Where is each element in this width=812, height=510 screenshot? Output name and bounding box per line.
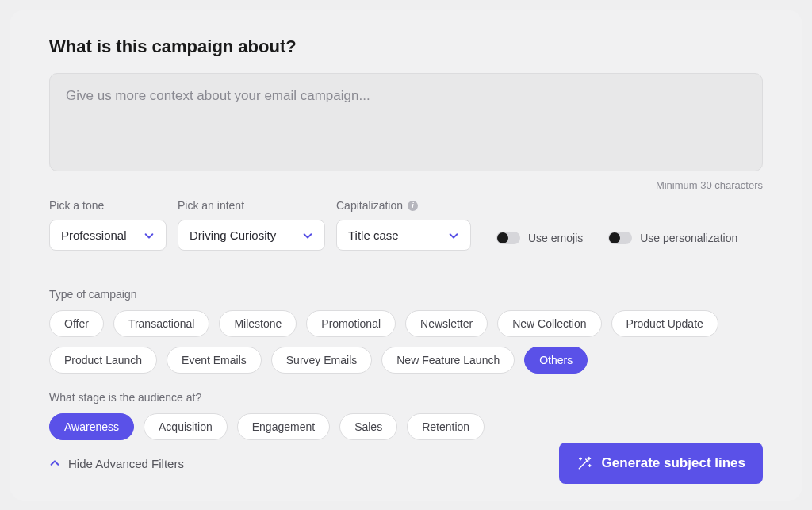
campaign-type-chip[interactable]: Transactional <box>113 310 210 337</box>
campaign-type-chip[interactable]: Milestone <box>219 310 297 337</box>
cap-group: Capitalization i Title case <box>336 199 471 251</box>
audience-stage-chip[interactable]: Sales <box>339 413 397 440</box>
campaign-type-chip[interactable]: New Feature Launch <box>381 347 515 374</box>
audience-stage-chip[interactable]: Retention <box>407 413 485 440</box>
context-textarea-group: Minimum 30 characters <box>49 73 763 191</box>
advanced-filters-label: Hide Advanced Filters <box>68 457 184 470</box>
campaign-form-card: What is this campaign about? Minimum 30 … <box>10 10 802 501</box>
cap-select-value: Title case <box>348 228 399 242</box>
campaign-type-chip[interactable]: Event Emails <box>167 347 262 374</box>
chevron-down-icon <box>448 230 459 241</box>
intent-label: Pick an intent <box>178 199 325 212</box>
form-footer: Hide Advanced Filters Generate subject l… <box>49 443 763 484</box>
info-icon[interactable]: i <box>408 201 418 211</box>
personalization-toggle-label: Use personalization <box>640 232 737 244</box>
campaign-type-chip[interactable]: Promotional <box>306 310 396 337</box>
intent-select[interactable]: Driving Curiosity <box>178 220 325 251</box>
controls-row: Pick a tone Professional Pick an intent … <box>49 199 763 270</box>
audience-stage-chip[interactable]: Awareness <box>49 413 134 440</box>
campaign-type-label: Type of campaign <box>49 288 763 301</box>
tone-select-value: Professional <box>61 228 127 242</box>
chevron-down-icon <box>302 230 313 241</box>
chevron-down-icon <box>144 230 155 241</box>
campaign-type-chip[interactable]: Others <box>524 347 588 374</box>
personalization-toggle-group: Use personalization <box>608 232 737 244</box>
audience-stage-chip[interactable]: Acquisition <box>144 413 228 440</box>
audience-stage-chip[interactable]: Engagement <box>237 413 330 440</box>
generate-button[interactable]: Generate subject lines <box>559 443 763 484</box>
campaign-type-chip[interactable]: Newsletter <box>405 310 488 337</box>
campaign-type-chip[interactable]: Survey Emails <box>271 347 372 374</box>
min-chars-hint: Minimum 30 characters <box>49 179 763 191</box>
intent-select-value: Driving Curiosity <box>190 228 276 242</box>
cap-select[interactable]: Title case <box>336 220 471 251</box>
emojis-toggle-group: Use emojis <box>496 232 583 244</box>
audience-stage-chips: AwarenessAcquisitionEngagementSalesReten… <box>49 413 763 440</box>
tone-select[interactable]: Professional <box>49 220 167 251</box>
campaign-type-chip[interactable]: Offer <box>49 310 104 337</box>
cap-label: Capitalization i <box>336 199 471 212</box>
campaign-type-chip[interactable]: New Collection <box>497 310 601 337</box>
tone-group: Pick a tone Professional <box>49 199 167 251</box>
toggle-advanced-filters[interactable]: Hide Advanced Filters <box>49 457 184 470</box>
campaign-context-input[interactable] <box>49 73 763 171</box>
magic-wand-icon <box>576 455 592 471</box>
personalization-toggle[interactable] <box>608 232 632 244</box>
chevron-up-icon <box>49 458 60 469</box>
audience-stage-label: What stage is the audience at? <box>49 391 763 404</box>
campaign-type-chips: OfferTransactionalMilestonePromotionalNe… <box>49 310 763 374</box>
emojis-toggle-label: Use emojis <box>528 232 583 244</box>
campaign-type-chip[interactable]: Product Update <box>611 310 718 337</box>
emojis-toggle[interactable] <box>496 232 520 244</box>
tone-label: Pick a tone <box>49 199 167 212</box>
intent-group: Pick an intent Driving Curiosity <box>178 199 325 251</box>
generate-button-label: Generate subject lines <box>602 455 745 471</box>
campaign-type-chip[interactable]: Product Launch <box>49 347 157 374</box>
page-title: What is this campaign about? <box>49 36 763 57</box>
